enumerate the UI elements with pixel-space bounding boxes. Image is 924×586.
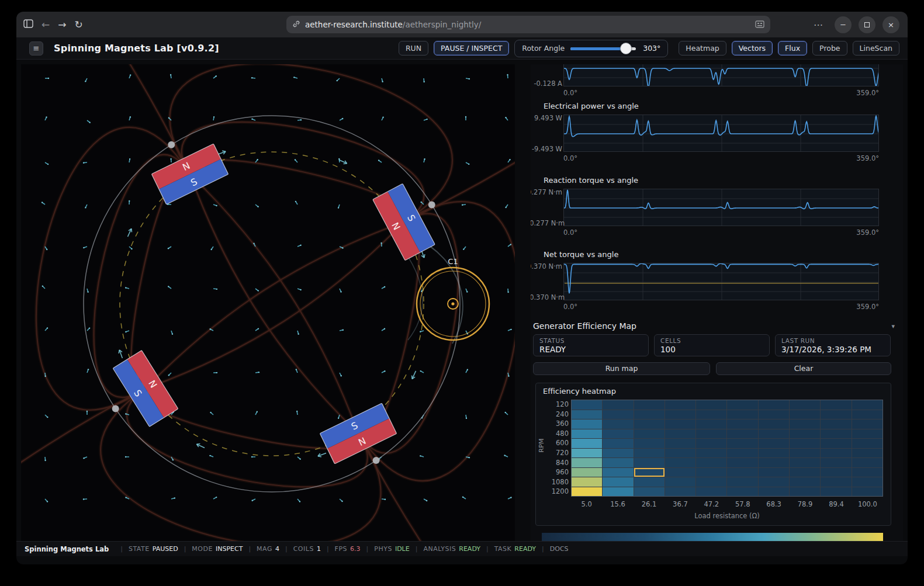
heatmap-cell[interactable] [821,439,851,448]
heatmap-cell[interactable] [634,400,665,410]
slider-thumb[interactable] [620,43,632,54]
heatmap-cell[interactable] [665,400,695,410]
magnet-m1[interactable]: NS [151,144,228,204]
view-toggle-probe[interactable]: Probe [812,41,847,56]
heatmap-cell[interactable] [696,419,726,429]
heatmap-cell[interactable] [572,410,602,419]
heatmap-cell[interactable] [790,419,820,429]
heatmap-cell[interactable] [634,458,665,467]
heatmap-cell[interactable] [696,477,726,487]
heatmap-cell[interactable] [603,458,633,467]
heatmap-cell[interactable] [852,410,883,419]
heatmap-cell[interactable] [727,487,757,497]
reload-button[interactable]: ↻ [75,20,83,30]
heatmap-cell[interactable] [634,439,665,448]
heatmap-cell[interactable] [790,429,820,439]
heatmap-cell[interactable] [852,419,883,429]
heatmap-cell[interactable] [727,410,757,419]
view-toggle-heatmap[interactable]: Heatmap [679,41,726,56]
maximize-button[interactable] [859,16,875,33]
heatmap-cell[interactable] [790,468,820,477]
heatmap-cell[interactable] [603,477,633,487]
heatmap-cell[interactable] [821,400,851,410]
heatmap-cell[interactable] [821,410,851,419]
heatmap-cell[interactable] [603,400,633,410]
heatmap-cell[interactable] [634,477,665,487]
forward-button[interactable]: → [58,20,66,30]
heatmap-cell[interactable] [759,449,789,458]
heatmap-cell[interactable] [821,477,851,487]
heatmap-cell[interactable] [603,439,633,448]
heatmap-grid[interactable] [571,400,883,497]
heatmap-cell[interactable] [727,468,757,477]
run-button[interactable]: RUN [399,41,428,56]
heatmap-cell[interactable] [821,458,851,467]
heatmap-cell[interactable] [634,449,665,458]
heatmap-cell[interactable] [572,468,602,477]
heatmap-cell[interactable] [603,487,633,497]
heatmap-cell[interactable] [665,439,695,448]
view-toggle-linescan[interactable]: LineScan [853,41,899,56]
heatmap-cell[interactable] [665,487,695,497]
collapse-caret-icon[interactable]: ▾ [891,323,895,330]
heatmap-cell[interactable] [603,429,633,439]
heatmap-cell[interactable] [759,410,789,419]
heatmap-cell[interactable] [665,429,695,439]
heatmap-cell[interactable] [759,458,789,467]
heatmap-cell[interactable] [852,429,883,439]
heatmap-cell[interactable] [572,458,602,467]
heatmap-cell[interactable] [572,487,602,497]
heatmap-cell[interactable] [665,468,695,477]
magnet-m4[interactable]: NS [113,351,178,427]
heatmap-cell[interactable] [603,419,633,429]
heatmap-cell[interactable] [696,458,726,467]
heatmap-cell[interactable] [572,439,602,448]
url-bar[interactable]: aether-research.institute/aetherspin_nig… [286,16,770,33]
heatmap-cell[interactable] [852,458,883,467]
view-toggle-vectors[interactable]: Vectors [732,41,773,56]
heatmap-cell[interactable] [790,439,820,448]
heatmap-cell[interactable] [665,458,695,467]
menu-button[interactable]: ≡ [29,41,43,56]
heatmap-cell[interactable] [790,400,820,410]
heatmap-cell[interactable] [852,487,883,497]
heatmap-cell[interactable] [852,449,883,458]
generator-map-header[interactable]: Generator Efficiency Map▾ [533,321,898,331]
heatmap-cell[interactable] [696,487,726,497]
heatmap-cell[interactable] [572,477,602,487]
heatmap-cell[interactable] [665,419,695,429]
heatmap-cell[interactable] [696,468,726,477]
heatmap-cell[interactable] [634,419,665,429]
heatmap-cell[interactable] [572,400,602,410]
heatmap-cell[interactable] [852,400,883,410]
heatmap-cell[interactable] [727,458,757,467]
heatmap-cell[interactable] [852,477,883,487]
heatmap-cell[interactable] [759,477,789,487]
heatmap-cell[interactable] [759,439,789,448]
heatmap-cell[interactable] [634,410,665,419]
heatmap-cell[interactable] [790,449,820,458]
run-map-button[interactable]: Run map [533,362,710,375]
page-tools-icon[interactable] [755,19,764,30]
heatmap-cell[interactable] [603,449,633,458]
heatmap-cell[interactable] [759,487,789,497]
heatmap-cell[interactable] [665,477,695,487]
heatmap-cell[interactable] [852,439,883,448]
heatmap-cell[interactable] [696,439,726,448]
back-button[interactable]: ← [41,20,50,30]
heatmap-cell[interactable] [603,468,633,477]
heatmap-cell[interactable] [696,400,726,410]
rotor-angle-slider[interactable] [570,43,636,54]
heatmap-cell[interactable] [665,410,695,419]
heatmap-cell[interactable] [821,429,851,439]
heatmap-cell[interactable] [790,410,820,419]
heatmap-cell[interactable] [727,400,757,410]
heatmap-cell[interactable] [790,458,820,467]
heatmap-cell[interactable] [572,419,602,429]
heatmap-cell[interactable] [634,487,665,497]
browser-menu-icon[interactable]: ⋯ [814,19,824,30]
heatmap-cell[interactable] [696,410,726,419]
view-toggle-flux[interactable]: Flux [778,41,807,56]
heatmap-cell[interactable] [634,468,665,477]
heatmap-cell[interactable] [696,429,726,439]
